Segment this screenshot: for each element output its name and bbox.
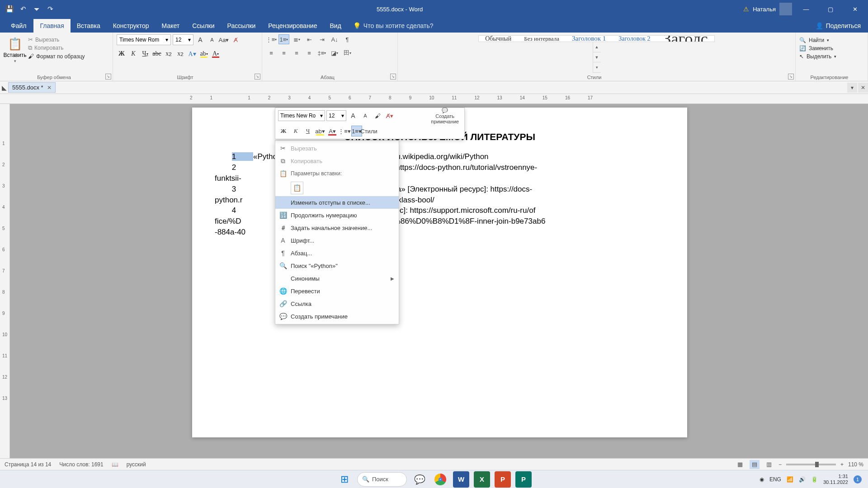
styles-gallery[interactable]: Обычный Без интервала Заголовок 1 Заголо… (478, 35, 715, 42)
zoom-slider[interactable] (786, 464, 836, 465)
taskbar-publisher[interactable]: P (515, 471, 532, 488)
mini-font-color[interactable]: A▾ (327, 126, 338, 136)
cm-translate[interactable]: 🌐Перевести (275, 285, 399, 297)
italic-button[interactable]: К (128, 49, 138, 59)
tray-volume-icon[interactable]: 🔊 (799, 476, 806, 483)
strikethrough-button[interactable]: abc (152, 49, 162, 59)
cm-font[interactable]: AШрифт... (275, 234, 399, 247)
styles-dialog-launcher[interactable]: ↘ (788, 74, 794, 80)
horizontal-ruler[interactable]: 211234567891011121314151617 (0, 94, 868, 104)
view-print-layout[interactable]: ▤ (750, 460, 760, 469)
tab-layout[interactable]: Макет (156, 19, 186, 33)
close-button[interactable]: ✕ (844, 0, 865, 18)
style-normal[interactable]: Обычный (479, 36, 518, 42)
mini-bullets[interactable]: ⋮≡▾ (339, 126, 350, 136)
cm-set-numbering-value[interactable]: #️Задать начальное значение... (275, 221, 399, 234)
style-heading1[interactable]: Заголовок 1 (566, 36, 612, 42)
tell-me-search[interactable]: 💡 Что вы хотите сделать? (348, 19, 439, 33)
numbering-button[interactable]: 1≡▾ (278, 34, 289, 44)
status-page[interactable]: Страница 14 из 14 (5, 461, 51, 468)
styles-scroll-up[interactable]: ▲ (593, 42, 601, 52)
cut-button[interactable]: ✂Вырезать (28, 36, 85, 43)
view-web-layout[interactable]: ▥ (764, 460, 774, 469)
copy-button[interactable]: ⧉Копировать (28, 44, 85, 52)
paragraph-dialog-launcher[interactable]: ↘ (390, 74, 396, 80)
zoom-thumb[interactable] (815, 462, 819, 467)
subscript-button[interactable]: x2 (164, 49, 174, 59)
decrease-indent-button[interactable]: ⇤ (304, 34, 315, 44)
share-button[interactable]: 👤 Поделиться (808, 19, 868, 33)
warning-icon[interactable]: ⚠ (743, 5, 749, 13)
change-case-button[interactable]: Aa▾ (219, 35, 229, 45)
taskbar-word[interactable]: W (453, 471, 469, 488)
align-center-button[interactable]: ≡ (278, 48, 289, 58)
cm-link[interactable]: 🔗Ссылка (275, 297, 399, 310)
paste-dropdown-icon[interactable]: ▾ (14, 59, 16, 63)
grow-font-button[interactable]: A (195, 35, 205, 45)
taskbar-powerpoint[interactable]: P (495, 471, 511, 488)
align-right-button[interactable]: ≡ (291, 48, 302, 58)
style-title[interactable]: Заголс (657, 36, 714, 42)
styles-expand[interactable]: ▾ (593, 62, 601, 73)
font-size-input[interactable]: 12▾ (173, 34, 193, 45)
tab-view[interactable]: Вид (323, 19, 347, 33)
avatar[interactable] (779, 3, 792, 15)
tab-mailings[interactable]: Рассылки (221, 19, 262, 33)
tab-insert[interactable]: Вставка (71, 19, 107, 33)
taskbar-excel[interactable]: X (474, 471, 490, 488)
zoom-level[interactable]: 110 % (848, 461, 863, 468)
borders-button[interactable]: 田▾ (342, 48, 353, 58)
cm-adjust-list-indents[interactable]: Изменить отступы в списке... (275, 196, 399, 209)
tabs-dropdown[interactable]: ▾ (847, 83, 857, 93)
mini-grow-font[interactable]: A (348, 110, 359, 121)
undo-icon[interactable]: ↶ (17, 3, 29, 15)
tab-file[interactable]: Файл (5, 19, 33, 33)
tab-review[interactable]: Рецензирование (262, 19, 323, 33)
mini-bold[interactable]: Ж (278, 126, 289, 136)
status-word-count[interactable]: Число слов: 1691 (59, 461, 103, 468)
cm-synonyms[interactable]: Синонимы▶ (275, 272, 399, 285)
tray-battery-icon[interactable]: 🔋 (811, 476, 818, 483)
text-effects-button[interactable]: A▾ (187, 49, 197, 59)
font-dialog-launcher[interactable]: ↘ (255, 74, 260, 80)
paste-keep-formatting[interactable]: 📋 (291, 182, 303, 194)
cm-paragraph[interactable]: ¶Абзац... (275, 247, 399, 259)
tabs-close[interactable]: ✕ (858, 83, 868, 93)
status-proofing-icon[interactable]: 📖 (112, 461, 118, 468)
align-left-button[interactable]: ≡ (266, 48, 277, 58)
tray-wifi-icon[interactable]: 📶 (787, 476, 793, 483)
mini-underline[interactable]: Ч (302, 126, 313, 136)
select-button[interactable]: ↖Выделить ▾ (799, 53, 864, 60)
mini-font-size[interactable]: 12▾ (326, 110, 346, 121)
replace-button[interactable]: 🔄Заменить (799, 45, 864, 52)
cm-search[interactable]: 🔍Поиск "«Python»" (275, 259, 399, 272)
zoom-out[interactable]: − (778, 461, 782, 468)
styles-scroll-down[interactable]: ▼ (593, 52, 601, 63)
save-icon[interactable]: 💾 (4, 3, 15, 15)
mini-styles[interactable]: Стили (363, 126, 374, 136)
shrink-font-button[interactable]: A (207, 35, 217, 45)
font-color-button[interactable]: A▾ (211, 49, 221, 59)
underline-button[interactable]: Ч▾ (140, 49, 150, 59)
taskbar-search[interactable]: 🔍Поиск (357, 472, 407, 487)
tab-home[interactable]: Главная (33, 19, 70, 33)
taskbar-chrome[interactable] (432, 471, 448, 488)
format-painter-button[interactable]: 🖌Формат по образцу (28, 53, 85, 60)
multilevel-list-button[interactable]: ≣▾ (291, 34, 302, 44)
status-language[interactable]: русский (127, 461, 146, 468)
superscript-button[interactable]: x2 (175, 49, 185, 59)
style-heading2[interactable]: Заголовок 2 (612, 36, 656, 42)
mini-font-name[interactable]: Times New Ro▾ (278, 110, 325, 121)
mini-shrink-font[interactable]: A (360, 110, 371, 121)
zoom-in[interactable]: + (840, 461, 844, 468)
sort-button[interactable]: A↓ (329, 34, 340, 44)
user-name[interactable]: Наталья (753, 6, 776, 13)
find-button[interactable]: 🔍Найти ▾ (799, 37, 864, 43)
tab-design[interactable]: Конструктор (107, 19, 156, 33)
vertical-ruler[interactable]: 12345678910111213 (0, 104, 10, 473)
increase-indent-button[interactable]: ⇥ (316, 34, 327, 44)
taskbar-chat[interactable]: 💬 (411, 471, 428, 488)
tray-notifications[interactable]: 1 (854, 475, 862, 483)
document-page[interactable]: СПИСОК ИСПОЛЬЗУЕМОЙ ЛИТЕРАТУРЫ 1 «Python… (192, 108, 687, 437)
highlight-button[interactable]: ab▾ (199, 49, 209, 59)
